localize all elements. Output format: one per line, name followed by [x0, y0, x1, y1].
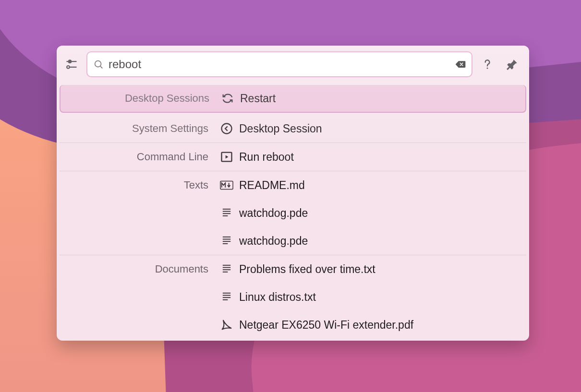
results-list: Desktop Sessions Restart System Settings… — [57, 83, 529, 341]
result-problems-txt[interactable]: Documents Problems fixed over time.txt — [60, 255, 526, 283]
svg-point-1 — [69, 60, 72, 63]
result-desktop-session[interactable]: System Settings Desktop Session — [60, 115, 526, 143]
pin-button[interactable] — [502, 54, 522, 74]
pin-icon — [506, 58, 519, 71]
svg-line-5 — [100, 66, 102, 68]
help-button[interactable] — [477, 54, 497, 74]
result-label: README.md — [236, 179, 305, 192]
category-label: Desktop Sessions — [64, 92, 218, 105]
result-label: Run reboot — [236, 151, 294, 164]
text-file-icon — [220, 290, 233, 304]
result-label: Linux distros.txt — [236, 291, 316, 304]
search-field[interactable] — [86, 51, 472, 77]
search-icon — [93, 59, 104, 70]
result-netgear-pdf[interactable]: Netgear EX6250 Wi-Fi extender.pdf — [60, 311, 526, 339]
result-run-reboot[interactable]: Command Line Run reboot — [60, 143, 526, 171]
markdown-icon — [220, 178, 233, 192]
result-readme[interactable]: Texts README.md — [60, 171, 526, 199]
question-icon — [481, 58, 494, 71]
category-label: Documents — [63, 263, 217, 275]
result-label: Netgear EX6250 Wi-Fi extender.pdf — [236, 319, 413, 332]
result-label: Desktop Session — [236, 122, 322, 135]
svg-point-4 — [95, 61, 101, 67]
text-file-icon — [220, 206, 233, 220]
result-watchdog-2[interactable]: watchdog.pde — [60, 227, 526, 255]
clear-icon[interactable] — [455, 59, 466, 70]
result-label: watchdog.pde — [236, 235, 308, 248]
result-label: Restart — [237, 92, 276, 105]
run-icon — [220, 150, 233, 164]
svg-point-6 — [487, 68, 488, 69]
sliders-icon — [65, 58, 78, 71]
text-file-icon — [220, 234, 233, 248]
category-label: Command Line — [63, 151, 217, 163]
search-input[interactable] — [108, 57, 451, 71]
krunner-window: Desktop Sessions Restart System Settings… — [57, 46, 529, 341]
header-row — [57, 46, 529, 83]
back-circle-icon — [220, 122, 233, 135]
text-file-icon — [220, 262, 233, 276]
result-linux-distros[interactable]: Linux distros.txt — [60, 283, 526, 311]
category-label: System Settings — [63, 122, 217, 135]
pdf-icon — [220, 318, 233, 332]
svg-point-3 — [67, 66, 70, 69]
category-label: Texts — [63, 179, 217, 191]
svg-rect-9 — [220, 181, 233, 190]
configure-button[interactable] — [61, 54, 82, 74]
restart-icon — [221, 92, 234, 105]
result-label: watchdog.pde — [236, 207, 308, 220]
svg-point-7 — [222, 124, 232, 134]
result-restart[interactable]: Desktop Sessions Restart — [60, 85, 526, 113]
result-label: Problems fixed over time.txt — [236, 263, 375, 276]
result-watchdog-1[interactable]: watchdog.pde — [60, 199, 526, 227]
